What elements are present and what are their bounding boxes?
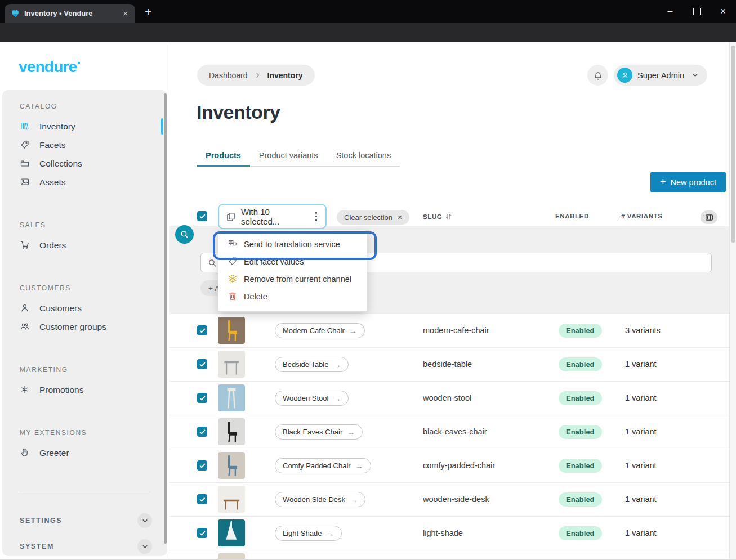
row-checkbox[interactable]: [197, 393, 207, 403]
sidebar-section-settings[interactable]: SETTINGS: [2, 512, 167, 530]
menu-item-label: Send to translation service: [244, 240, 340, 249]
table-row-light-shade: Light Shade→light-shadeEnabled1 variant: [169, 516, 730, 550]
sidebar-item-label: Promotions: [39, 385, 83, 395]
main-content: Dashboard Inventory Super Admin Inventor…: [169, 42, 730, 560]
close-window-button[interactable]: ×: [710, 0, 736, 23]
sidebar-section-system[interactable]: SYSTEM: [2, 537, 167, 555]
tab-products[interactable]: Products: [197, 146, 250, 166]
translate-icon: [228, 239, 238, 249]
row-checkbox[interactable]: [197, 325, 207, 335]
status-badge: Enabled: [559, 459, 602, 473]
new-product-button[interactable]: + New product: [650, 172, 726, 192]
copy-icon: [226, 212, 235, 221]
product-thumbnail: [218, 384, 245, 411]
status-badge: Enabled: [559, 492, 602, 507]
product-link[interactable]: Comfy Padded Chair→: [275, 458, 371, 473]
bulk-actions-button[interactable]: With 10 selected...: [218, 204, 327, 229]
product-link[interactable]: Black Eaves Chair→: [275, 424, 363, 440]
scrollbar-thumb[interactable]: [731, 46, 735, 243]
sidebar-item-label: Inventory: [39, 122, 75, 132]
product-thumbnail: [218, 452, 245, 479]
menu-item-edit-facet-values[interactable]: Edit facet values: [218, 253, 367, 270]
kebab-menu-icon[interactable]: [314, 210, 318, 222]
tab-close-icon[interactable]: ×: [120, 8, 131, 19]
sidebar-item-facets[interactable]: Facets: [2, 136, 167, 154]
menu-item-delete[interactable]: Delete: [218, 288, 367, 305]
table-row-black-eaves-chair: Black Eaves Chair→black-eaves-chairEnabl…: [169, 415, 730, 449]
sidebar-item-label: Orders: [39, 240, 66, 250]
menu-item-send-to-translation-service[interactable]: Send to translation service: [218, 235, 367, 253]
table-row-wooden-stool: Wooden Stool→wooden-stoolEnabled1 varian…: [169, 381, 730, 415]
search-toggle-button[interactable]: [175, 225, 194, 244]
user-menu[interactable]: Super Admin: [614, 65, 707, 86]
column-header-enabled: ENABLED: [555, 213, 589, 219]
menu-item-remove-from-current-channel[interactable]: Remove from current channel: [218, 270, 367, 288]
variants-count: 1 variant: [625, 427, 657, 436]
product-thumbnail: [218, 418, 245, 445]
maximize-button[interactable]: [684, 0, 710, 23]
product-name: Light Shade: [283, 529, 322, 537]
sidebar-item-label: Greeter: [39, 448, 69, 458]
page-scrollbar[interactable]: [729, 42, 736, 560]
notifications-button[interactable]: [587, 65, 608, 86]
product-link[interactable]: Wooden Stool→: [275, 391, 349, 406]
variants-count: 3 variants: [625, 326, 661, 335]
clear-selection-chip[interactable]: Clear selection ×: [337, 210, 409, 225]
product-link[interactable]: Wooden Side Desk→: [275, 492, 365, 507]
breadcrumb-dashboard[interactable]: Dashboard: [209, 71, 248, 80]
tab-stock-locations[interactable]: Stock locations: [327, 146, 400, 166]
minimize-button[interactable]: –: [657, 0, 683, 23]
sidebar-item-inventory[interactable]: Inventory: [2, 117, 167, 136]
variants-count: 1 variant: [625, 495, 657, 504]
row-checkbox[interactable]: [197, 427, 207, 437]
select-all-checkbox[interactable]: [197, 211, 207, 221]
product-link[interactable]: Bedside Table→: [275, 357, 349, 372]
column-header-slug[interactable]: SLUG: [423, 213, 452, 220]
variants-count: 1 variant: [625, 360, 657, 369]
menu-item-label: Delete: [244, 292, 267, 301]
product-link[interactable]: Modern Cafe Chair→: [275, 323, 365, 338]
plus-icon: +: [660, 177, 666, 187]
close-icon[interactable]: ×: [398, 213, 402, 222]
row-checkbox[interactable]: [197, 494, 207, 504]
row-checkbox[interactable]: [197, 359, 207, 369]
nav-section-label: SALES: [20, 221, 167, 229]
sidebar-item-assets[interactable]: Assets: [2, 173, 167, 191]
users-icon: [20, 322, 30, 331]
new-tab-button[interactable]: +: [145, 5, 151, 19]
tab-product-variants[interactable]: Product variants: [250, 146, 327, 166]
sidebar-item-label: Customer groups: [39, 322, 106, 332]
browser-tab[interactable]: Inventory • Vendure ×: [5, 4, 135, 23]
nav-section-label: MY EXTENSIONS: [20, 429, 167, 437]
product-slug: bedside-table: [423, 360, 472, 369]
search-icon: [208, 258, 217, 267]
column-settings-button[interactable]: [701, 210, 717, 224]
row-checkbox[interactable]: [197, 460, 207, 471]
sidebar-item-customer-groups[interactable]: Customer groups: [2, 317, 167, 336]
sidebar-scrollbar[interactable]: [164, 93, 167, 544]
sidebar-item-customers[interactable]: Customers: [2, 299, 167, 317]
sidebar-item-greeter[interactable]: Greeter: [2, 443, 167, 462]
sidebar-item-promotions[interactable]: Promotions: [2, 380, 167, 399]
chevron-down-icon[interactable]: [137, 539, 152, 554]
chevron-down-icon: [692, 71, 699, 79]
product-slug: modern-cafe-chair: [423, 326, 489, 335]
table-row-comfy-padded-chair: Comfy Padded Chair→comfy-padded-chairEna…: [169, 449, 730, 482]
bulk-actions-label: With 10 selected...: [241, 207, 309, 226]
product-name: Bedside Table: [283, 360, 328, 369]
table-row-modern-cafe-chair: Modern Cafe Chair→modern-cafe-chairEnabl…: [169, 313, 730, 347]
chevron-down-icon[interactable]: [137, 513, 152, 528]
product-thumbnail: [218, 317, 245, 344]
column-header-variants: # VARIANTS: [621, 213, 663, 219]
product-thumbnail: [218, 351, 245, 378]
product-link[interactable]: Light Shade→: [275, 526, 342, 541]
bulk-actions-menu: Send to translation serviceEdit facet va…: [218, 230, 367, 312]
row-checkbox[interactable]: [197, 528, 207, 538]
active-indicator: [161, 118, 163, 135]
sidebar-item-collections[interactable]: Collections: [2, 154, 167, 173]
menu-item-label: Edit facet values: [244, 257, 304, 266]
image-icon: [20, 177, 30, 187]
vendure-logo: vendure: [19, 58, 80, 76]
sidebar-item-orders[interactable]: Orders: [2, 236, 167, 254]
sort-icon: [445, 213, 452, 220]
